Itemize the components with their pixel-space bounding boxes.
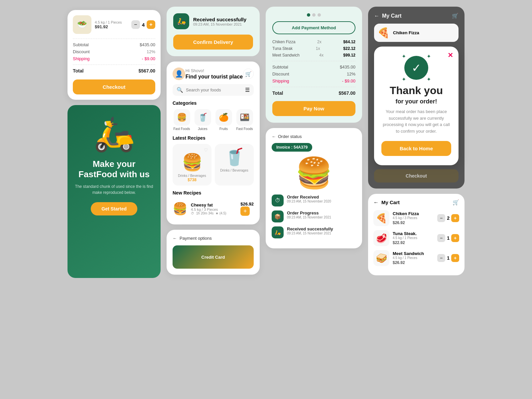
checkout-dark-button[interactable]: Checkout	[374, 169, 459, 183]
mcb-back-icon[interactable]: ←	[373, 200, 379, 205]
qty-minus-button[interactable]: −	[131, 20, 140, 29]
qty-plus-button[interactable]: +	[147, 20, 155, 29]
category-fast-foods-1[interactable]: 🍔 Fast Foods	[173, 109, 191, 131]
item-price-sandwich: $99.12	[343, 53, 355, 58]
mcb-item-2-qty: 1	[447, 235, 450, 241]
mcb-item-2-plus[interactable]: +	[451, 234, 459, 242]
category-fruits[interactable]: 🍊 Fruits	[214, 109, 233, 131]
ps-shipping-val: - $9.00	[342, 78, 355, 83]
status-progress-time: 09:23 AM, 15 November 2021	[287, 215, 331, 219]
cat-icon-fast-foods-2: 🍱	[236, 109, 253, 126]
new-recipe-add-button[interactable]: +	[240, 206, 250, 216]
checkout-button[interactable]: Checkout	[73, 79, 155, 94]
dots-row	[272, 13, 355, 17]
mcb-item-3-qty-control: − 1 +	[437, 254, 459, 262]
item-name-sandwich: Meet Sandwich	[272, 53, 300, 58]
mcb-cart-icon[interactable]: 🛒	[453, 199, 459, 205]
cat-label-fruits: Fruits	[219, 127, 228, 131]
category-juices[interactable]: 🥤 Juices	[194, 109, 212, 131]
dot-1	[307, 13, 310, 17]
sparkle-tl: ✦	[402, 53, 406, 60]
total-row: Total $567.00	[73, 68, 155, 73]
total-value: $567.00	[138, 68, 155, 73]
status-item-delivered: 🛵 Received successfully 09:23 AM, 15 Nov…	[272, 226, 356, 238]
payment-summary-card: Add Payment Method Chiken Fizza 2x $64.1…	[266, 7, 362, 123]
qty-number: 4	[142, 22, 145, 28]
discount-label: Discount	[73, 49, 90, 54]
checkmark-icon: ✓	[412, 61, 421, 74]
modal-close-button[interactable]: ✕	[448, 51, 453, 59]
order-status-back[interactable]: ← Order status	[272, 134, 356, 139]
status-delivered-info: Received successfully 09:23 AM, 15 Novem…	[287, 226, 333, 235]
filter-icon[interactable]: ☰	[245, 87, 250, 93]
ps-discount-val: 12%	[347, 71, 355, 76]
mcb-item-2-qty-control: − 1 +	[437, 234, 459, 242]
recipe-card-2[interactable]: 🥤 Drinks / Beverages	[215, 144, 254, 186]
credit-card-label: Credit Card	[201, 255, 225, 260]
mcb-item-1-minus[interactable]: −	[437, 214, 445, 222]
search-input[interactable]	[186, 87, 242, 92]
mcb-item-1-info: Chiken Fizza 4.5 kg / 3 Pieces $26.92	[393, 211, 434, 225]
cat-icon-juices: 🥤	[195, 109, 211, 126]
cart-item-price: $91.92	[95, 24, 128, 29]
status-progress-label: Order Progress	[287, 210, 331, 215]
cat-icon-fast-foods-1: 🍔	[174, 109, 190, 126]
check-circle: ✓ ✦ ✦ ✦ ✦	[404, 56, 428, 80]
mycart-back-icon[interactable]: ←	[374, 13, 379, 19]
confirm-delivery-button[interactable]: Confirm Delivery	[173, 35, 253, 50]
burger-image: 🍔	[272, 156, 356, 191]
cat-icon-fruits: 🍊	[215, 109, 232, 126]
mcb-item-3-image: 🥪	[373, 250, 389, 266]
greeting-text: Hi Shovo!	[186, 68, 243, 73]
latest-recipes-title: Latest Recipes	[173, 135, 254, 141]
back-home-button[interactable]: Back to Home	[381, 141, 451, 156]
order-status-card: ← Order status Invoice : 54A379 🍔 ⏱ Orde…	[266, 128, 362, 248]
order-item-sandwich: Meet Sandwich 4x $99.12	[272, 53, 355, 58]
mcb-item-1-plus[interactable]: +	[451, 214, 459, 222]
hero-description: The standard chunk of used since the is …	[74, 184, 154, 196]
recipes-row: ♡ 🍔 Drinks / Beverages $738 🥤 Drinks / B…	[173, 144, 254, 186]
new-recipe-weight: 4.5 kg / 3 Pieces	[191, 207, 237, 211]
ps-discount-label: Discount	[272, 71, 289, 76]
cat-label-fast-foods-1: Fast Foods	[173, 127, 190, 131]
mcb-item-2: 🥩 Tuna Steak. 4.5 kg / 1 Pieces $22.92 −…	[373, 230, 459, 246]
mcb-item-2-price: $22.92	[393, 240, 434, 245]
recipe-category-1: Drinks / Beverages	[178, 174, 206, 178]
shipping-row: Shipping - $9.00	[73, 56, 155, 61]
column-2: 🛵 Received successfully 09:23 AM, 15 Nov…	[167, 7, 260, 275]
cd-info: Received successfully 09:23 AM, 15 Novem…	[193, 17, 246, 26]
recipe-card-1[interactable]: ♡ 🍔 Drinks / Beverages $738	[173, 144, 211, 186]
column-1: 🥗 4.5 kg / 1 Pieces $91.92 − 4 + Subtota…	[67, 7, 161, 278]
mycart-cart-icon[interactable]: 🛒	[452, 13, 459, 19]
cart-item-row: 🥗 4.5 kg / 1 Pieces $91.92 − 4 +	[73, 15, 155, 34]
greeting-block: Hi Shovo! Find your tourist place	[186, 68, 243, 80]
cart-icon-button[interactable]: 🛒	[243, 68, 254, 79]
mcb-item-2-info: Tuna Steak. 4.5 kg / 1 Pieces $22.92	[393, 231, 434, 245]
ps-discount-row: Discount 12%	[272, 71, 355, 76]
column-3: Add Payment Method Chiken Fizza 2x $64.1…	[266, 7, 362, 248]
status-delivered-time: 09:23 AM, 15 November 2021	[287, 231, 333, 235]
mcb-item-3-plus[interactable]: +	[451, 254, 459, 262]
get-started-button[interactable]: Get Started	[91, 202, 137, 215]
pay-now-button[interactable]: Pay Now	[272, 101, 355, 116]
recipe-image-2: 🥤	[224, 147, 245, 167]
mcb-item-3-minus[interactable]: −	[437, 254, 445, 262]
confirm-delivery-card: 🛵 Received successfully 09:23 AM, 15 Nov…	[167, 7, 260, 56]
new-recipes-title: New Recipes	[173, 190, 254, 196]
mcb-item-2-name: Tuna Steak.	[393, 231, 434, 236]
heart-icon[interactable]: ♡	[204, 147, 208, 153]
mcb-item-2-minus[interactable]: −	[437, 234, 445, 242]
status-received-time: 09:23 AM, 15 November 2020	[287, 200, 331, 203]
cat-label-fast-foods-2: Fast Foods	[236, 127, 253, 131]
payment-back-button[interactable]: ← Payment options	[173, 236, 254, 241]
discount-row: Discount 12%	[73, 49, 155, 54]
mycart-header: ← My Cart 🛒	[374, 13, 459, 19]
category-fast-foods-2[interactable]: 🍱 Fast Foods	[235, 109, 254, 131]
mcb-item-1-name: Chiken Fizza	[393, 211, 434, 216]
total-label: Total	[73, 68, 83, 73]
mcb-item-1-image: 🍕	[373, 210, 389, 226]
back-arrow-icon-2: ←	[272, 134, 276, 139]
cd-time: 09:23 AM, 15 November 2021	[193, 22, 246, 26]
qty-control: − 4 +	[131, 20, 155, 29]
add-payment-button[interactable]: Add Payment Method	[272, 21, 355, 34]
